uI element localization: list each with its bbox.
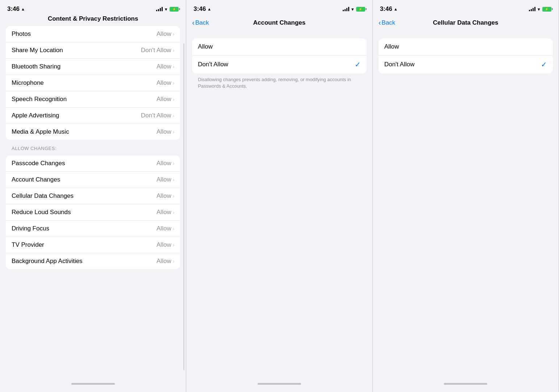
chevron-speech: › <box>173 96 175 102</box>
row-background-activities[interactable]: Background App Activities Allow › <box>6 253 180 269</box>
screen-content-privacy: 3:46 ▲ ▾ ⚡ Content & Privacy Restriction… <box>0 0 186 392</box>
options-group-3: Allow Don't Allow ✓ <box>379 38 553 74</box>
nav-bar-1: Content & Privacy Restrictions <box>0 16 186 23</box>
row-media-music[interactable]: Media & Apple Music Allow › <box>6 124 180 140</box>
chevron-music: › <box>173 129 175 135</box>
chevron-cellular: › <box>173 193 175 199</box>
page-title-2: Account Changes <box>253 19 306 26</box>
location-icon-2: ▲ <box>207 7 211 11</box>
nav-bar-2: ‹ Back Account Changes <box>186 16 372 31</box>
signal-icon-2 <box>343 7 349 11</box>
row-tv-provider[interactable]: TV Provider Allow › <box>6 237 180 253</box>
back-chevron-icon-2: ‹ <box>192 18 195 27</box>
location-icon-1: ▲ <box>21 7 25 11</box>
option-dont-allow-2[interactable]: Don't Allow ✓ <box>192 55 366 74</box>
screen-account-changes: 3:46 ▲ ▾ ⚡ ‹ Back Account Changes Allow <box>186 0 372 392</box>
status-bar-2: 3:46 ▲ ▾ ⚡ <box>186 0 372 16</box>
description-text-2: Disallowing changes prevents adding, rem… <box>198 76 360 89</box>
chevron-background: › <box>173 258 175 264</box>
wifi-icon-3: ▾ <box>538 7 540 12</box>
row-microphone[interactable]: Microphone Allow › <box>6 75 180 91</box>
page-title-3: Cellular Data Changes <box>433 19 498 26</box>
battery-icon-3: ⚡ <box>542 7 551 12</box>
status-time-3: 3:46 ▲ <box>380 5 398 13</box>
chevron-bluetooth: › <box>173 64 175 70</box>
chevron-driving: › <box>173 226 175 232</box>
status-time-1: 3:46 ▲ <box>7 5 25 13</box>
home-indicator-1 <box>0 379 186 392</box>
chevron-tv: › <box>173 242 175 248</box>
chevron-account: › <box>173 177 175 183</box>
status-bar-1: 3:46 ▲ ▾ ⚡ <box>0 0 186 16</box>
chevron-loud-sounds: › <box>173 209 175 215</box>
section-permissions: Photos Allow › Share My Location Don't A… <box>6 26 180 140</box>
chevron-advertising: › <box>173 113 175 118</box>
option-allow-3[interactable]: Allow <box>379 38 553 55</box>
section-allow-changes: Passcode Changes Allow › Account Changes… <box>6 155 180 269</box>
battery-icon-2: ⚡ <box>356 7 365 12</box>
status-icons-3: ▾ ⚡ <box>529 7 551 12</box>
option-dont-allow-3[interactable]: Don't Allow ✓ <box>379 55 553 74</box>
options-group-2: Allow Don't Allow ✓ <box>192 38 366 74</box>
row-account-changes[interactable]: Account Changes Allow › <box>6 172 180 188</box>
back-chevron-icon-3: ‹ <box>379 18 381 27</box>
home-indicator-3 <box>373 379 559 392</box>
row-passcode-changes[interactable]: Passcode Changes Allow › <box>6 155 180 172</box>
chevron-photos: › <box>173 31 175 37</box>
nav-bar-3: ‹ Back Cellular Data Changes <box>373 16 559 31</box>
content-3: Allow Don't Allow ✓ <box>373 31 559 379</box>
row-cellular-data-changes[interactable]: Cellular Data Changes Allow › <box>6 188 180 204</box>
row-photos[interactable]: Photos Allow › <box>6 26 180 42</box>
option-allow-2[interactable]: Allow <box>192 38 366 55</box>
row-driving-focus[interactable]: Driving Focus Allow › <box>6 221 180 237</box>
status-time-2: 3:46 ▲ <box>193 5 211 13</box>
row-bluetooth[interactable]: Bluetooth Sharing Allow › <box>6 59 180 75</box>
status-bar-3: 3:46 ▲ ▾ ⚡ <box>373 0 559 16</box>
content-2: Allow Don't Allow ✓ Disallowing changes … <box>186 31 372 379</box>
status-icons-2: ▾ ⚡ <box>343 7 365 12</box>
chevron-microphone: › <box>173 80 175 86</box>
row-apple-advertising[interactable]: Apple Advertising Don't Allow › <box>6 108 180 124</box>
signal-icon-3 <box>529 7 535 11</box>
row-share-location[interactable]: Share My Location Don't Allow › <box>6 42 180 59</box>
screen-cellular-data-changes: 3:46 ▲ ▾ ⚡ ‹ Back Cellular Data Changes … <box>373 0 559 392</box>
battery-icon-1: ⚡ <box>170 7 179 12</box>
chevron-share-location: › <box>173 47 175 53</box>
signal-icon-1 <box>156 7 163 11</box>
row-speech-recognition[interactable]: Speech Recognition Allow › <box>6 91 180 108</box>
checkmark-icon-2: ✓ <box>355 60 361 69</box>
location-icon-3: ▲ <box>394 7 398 11</box>
status-icons-1: ▾ ⚡ <box>156 7 179 12</box>
back-button-3[interactable]: ‹ Back <box>379 19 395 27</box>
content-1: Photos Allow › Share My Location Don't A… <box>0 23 186 379</box>
row-loud-sounds[interactable]: Reduce Loud Sounds Allow › <box>6 204 180 221</box>
section-header-allow-changes: ALLOW CHANGES: <box>0 143 186 153</box>
wifi-icon-2: ▾ <box>351 7 354 12</box>
scroll-indicator-1 <box>183 43 184 370</box>
chevron-passcode: › <box>173 160 175 166</box>
home-indicator-2 <box>186 379 372 392</box>
back-button-2[interactable]: ‹ Back <box>192 19 209 27</box>
checkmark-icon-3: ✓ <box>541 60 547 69</box>
page-title-1: Content & Privacy Restrictions <box>48 15 138 22</box>
wifi-icon-1: ▾ <box>165 7 167 12</box>
